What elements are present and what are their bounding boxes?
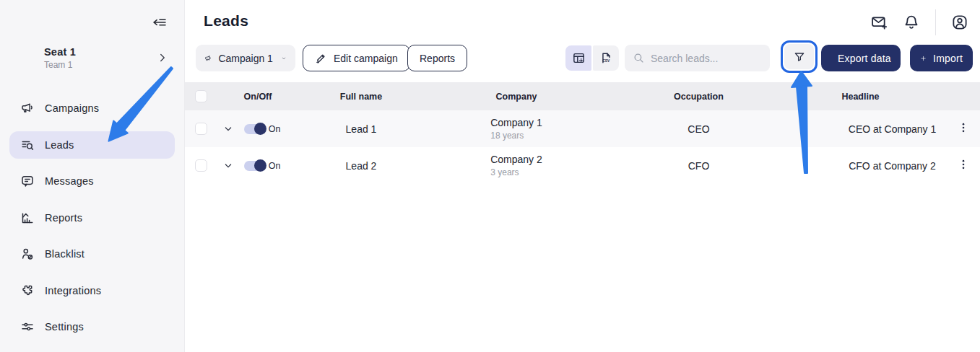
table-header-row: On/Off Full name Company Occupation Head…	[185, 82, 980, 110]
seat-subtitle: Team 1	[44, 60, 76, 70]
puzzle-icon	[20, 283, 35, 298]
lead-company: Company 1	[490, 117, 542, 128]
edit-campaign-button[interactable]: Edit campaign	[303, 45, 410, 71]
header-divider	[935, 9, 936, 35]
sliders-icon	[20, 320, 35, 334]
chevron-right-icon[interactable]	[156, 51, 169, 64]
reports-button[interactable]: Reports	[407, 45, 467, 71]
chat-bubble-icon	[20, 174, 35, 188]
column-header-fullname: Full name	[289, 92, 433, 102]
import-button[interactable]: Import	[910, 45, 973, 71]
csv-file-icon: CSV	[599, 51, 613, 65]
sidebar-item-label: Integrations	[45, 285, 101, 296]
header-icons	[870, 9, 968, 35]
row-checkbox[interactable]	[195, 159, 207, 172]
filter-button[interactable]	[784, 44, 814, 69]
column-header-onoff: On/Off	[240, 92, 276, 102]
table-row: On Lead 1 Company 1 18 years CEO CEO at …	[185, 110, 980, 147]
sidebar-item-integrations[interactable]: Integrations	[9, 277, 175, 304]
sidebar-item-label: Leads	[45, 139, 74, 151]
table-view-toggle[interactable]	[565, 45, 591, 71]
lead-occupation: CEO	[599, 123, 798, 135]
sidebar-item-settings[interactable]: Settings	[9, 313, 175, 340]
campaign-selector-label: Campaign 1	[218, 53, 273, 64]
column-header-occupation: Occupation	[599, 92, 798, 102]
campaign-selector[interactable]: Campaign 1	[196, 45, 295, 71]
filter-highlight-ring	[781, 40, 818, 73]
mail-plus-icon[interactable]	[870, 14, 888, 31]
user-block-icon	[20, 247, 35, 261]
svg-text:CSV: CSV	[602, 59, 610, 63]
lead-company: Company 2	[490, 154, 542, 165]
leads-table: On/Off Full name Company Occupation Head…	[185, 82, 980, 184]
sidebar-item-label: Settings	[45, 321, 84, 333]
sidebar-item-campaigns[interactable]: Campaigns	[9, 94, 175, 122]
search-box	[625, 45, 770, 71]
edit-campaign-label: Edit campaign	[334, 53, 398, 64]
toggle-label: On	[269, 124, 281, 134]
collapse-sidebar-icon[interactable]	[150, 13, 169, 32]
column-header-company: Company	[433, 92, 599, 102]
seat-title: Seat 1	[44, 46, 76, 58]
export-data-label: Export data	[838, 53, 891, 64]
view-toggle-group: CSV	[565, 45, 619, 71]
sidebar-item-blacklist[interactable]: Blacklist	[9, 240, 175, 268]
sidebar: Seat 1 Team 1 Campaigns Leads	[0, 0, 185, 352]
sidebar-item-label: Reports	[45, 212, 82, 224]
lead-headline: CEO at Company 1	[838, 123, 946, 135]
lead-on-toggle[interactable]	[244, 161, 265, 171]
lead-company-tenure: 18 years	[490, 131, 542, 141]
funnel-icon	[793, 50, 806, 63]
row-checkbox[interactable]	[195, 123, 207, 135]
megaphone-icon	[20, 101, 35, 115]
import-label: Import	[933, 53, 963, 64]
search-input[interactable]	[651, 53, 759, 64]
lead-occupation: CFO	[599, 160, 798, 172]
sidebar-item-reports[interactable]: Reports	[9, 204, 175, 232]
sidebar-item-leads[interactable]: Leads	[9, 131, 175, 159]
chevron-down-icon[interactable]	[222, 160, 234, 172]
sidebar-item-label: Messages	[45, 175, 94, 187]
toggle-label: On	[269, 161, 281, 171]
lead-full-name: Lead 2	[289, 160, 433, 172]
list-search-icon	[20, 138, 35, 152]
table-row: On Lead 2 Company 2 3 years CFO CFO at C…	[185, 147, 980, 184]
lead-company-tenure: 3 years	[490, 167, 542, 177]
kebab-menu-icon[interactable]	[957, 157, 970, 172]
chevron-down-icon[interactable]	[222, 123, 234, 135]
sidebar-item-label: Blacklist	[45, 248, 84, 260]
page-title: Leads	[204, 12, 248, 30]
bell-icon[interactable]	[903, 14, 920, 31]
chevron-down-icon	[281, 53, 287, 63]
column-header-headline: Headline	[798, 92, 923, 102]
reports-button-label: Reports	[420, 53, 455, 64]
sidebar-item-label: Campaigns	[45, 102, 99, 114]
sidebar-nav: Campaigns Leads Messages Repo	[9, 94, 175, 340]
export-data-button[interactable]: Export data	[821, 45, 901, 71]
chart-icon	[20, 211, 35, 225]
toggle-knob	[254, 159, 266, 172]
lead-headline: CFO at Company 2	[838, 160, 946, 172]
search-icon	[633, 52, 645, 64]
select-all-checkbox[interactable]	[195, 90, 207, 102]
pencil-icon	[315, 52, 327, 64]
lead-on-toggle[interactable]	[244, 124, 265, 134]
sidebar-item-messages[interactable]: Messages	[9, 167, 175, 195]
plus-icon	[920, 53, 927, 64]
csv-view-toggle[interactable]: CSV	[593, 45, 619, 71]
megaphone-icon	[204, 52, 212, 65]
profile-icon[interactable]	[951, 14, 968, 31]
seat-selector[interactable]: Seat 1 Team 1	[44, 46, 76, 70]
toggle-knob	[254, 123, 266, 135]
lead-full-name: Lead 1	[289, 123, 433, 135]
table-settings-icon	[572, 51, 586, 65]
kebab-menu-icon[interactable]	[957, 120, 970, 135]
